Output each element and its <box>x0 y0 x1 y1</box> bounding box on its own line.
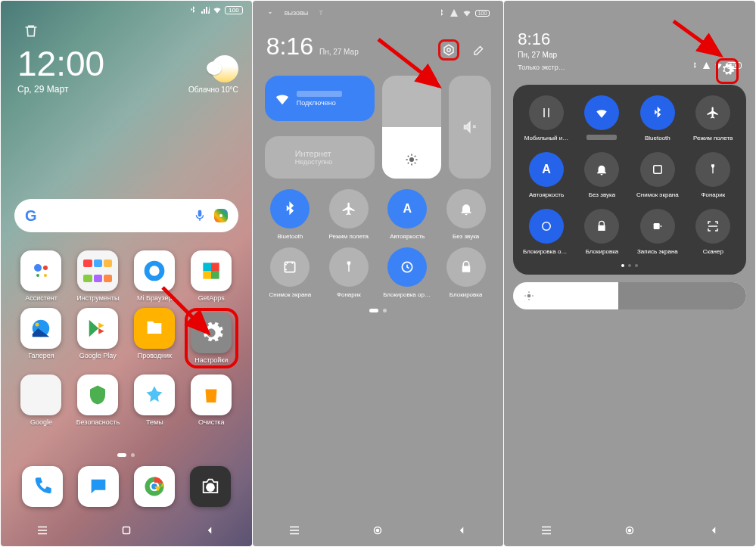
dock <box>14 463 238 510</box>
mute-icon <box>462 120 478 135</box>
nav-home-icon[interactable] <box>623 524 636 537</box>
battery-icon: 100 <box>475 10 490 17</box>
app-settings[interactable]: Настройки <box>185 308 238 368</box>
dock-chrome[interactable] <box>134 466 175 507</box>
shade-qs-panel: Мобильный и… Bluetooth Режим полета AАвт… <box>513 85 746 275</box>
app-gallery[interactable]: Галерея <box>14 308 68 368</box>
dock-messages[interactable] <box>78 466 119 507</box>
nav-menu-icon[interactable] <box>540 524 553 537</box>
nav-back-icon[interactable] <box>455 524 468 537</box>
cc-settings-button[interactable] <box>438 39 459 61</box>
shade-date: Пн, 27 Мар <box>518 51 742 59</box>
data-icon <box>274 150 289 165</box>
tab-t[interactable]: T <box>319 9 323 17</box>
weather-text: Облачно 10°C <box>188 85 238 94</box>
google-logo: G <box>25 207 37 225</box>
app-assistant[interactable]: Ассистент <box>14 250 68 302</box>
tile-mobile-data[interactable]: Мобильный и… <box>521 95 571 141</box>
lens-icon[interactable] <box>214 209 228 222</box>
volume-tile[interactable] <box>449 76 491 179</box>
trash-icon[interactable] <box>23 23 39 42</box>
svg-point-12 <box>206 483 215 492</box>
tile-scanner[interactable]: Сканер <box>688 209 739 255</box>
data-status: Недоступно <box>295 158 333 166</box>
app-mi-browser[interactable]: Mi Браузер <box>128 250 182 302</box>
app-tools-folder[interactable]: Инструменты <box>71 250 125 302</box>
svg-point-15 <box>409 157 414 162</box>
svg-point-19 <box>377 530 379 532</box>
svg-point-23 <box>527 294 531 298</box>
app-getapps[interactable]: GetApps <box>185 250 238 302</box>
app-security[interactable]: Безопасность <box>71 375 125 426</box>
cc-body: Подключено ИнтернетНедоступно Bluetooth … <box>253 68 504 320</box>
tile-flashlight[interactable]: Фонарик <box>688 152 739 198</box>
weather-icon <box>211 55 238 82</box>
nav-bar <box>253 514 504 546</box>
status-bar: 100 <box>1 1 252 19</box>
notification-shade: 8:16 Пн, 27 Мар Только экстр… 100 Мобиль… <box>504 1 755 546</box>
qs-rotation-lock[interactable]: Блокировка ориент… <box>382 247 433 298</box>
cc-status-tabs: вызовы T 100 <box>253 1 504 25</box>
tile-lock[interactable]: Блокировка <box>577 209 627 255</box>
qs-flashlight[interactable]: Фонарик <box>323 247 374 298</box>
weather-widget[interactable]: Облачно 10°C <box>188 55 238 94</box>
svg-rect-16 <box>285 262 295 272</box>
app-google-folder[interactable]: Google <box>14 375 68 426</box>
tile-airplane[interactable]: Режим полета <box>688 95 739 141</box>
qs-bluetooth[interactable]: Bluetooth <box>265 189 316 240</box>
data-name: Интернет <box>295 149 333 158</box>
svg-rect-13 <box>123 527 129 534</box>
svg-point-14 <box>447 48 451 52</box>
qs-airplane[interactable]: Режим полета <box>323 189 374 240</box>
cc-edit-button[interactable] <box>468 39 490 61</box>
qs-screenshot[interactable]: Снимок экрана <box>265 247 316 298</box>
wifi-status: Подключено <box>297 99 342 107</box>
wifi-icon <box>213 5 222 14</box>
battery-icon: 100 <box>225 6 242 14</box>
svg-point-21 <box>543 222 551 231</box>
wifi-tile[interactable]: Подключено <box>265 76 375 121</box>
tile-bluetooth[interactable]: Bluetooth <box>632 95 683 141</box>
qs-auto-brightness[interactable]: AАвтояркость <box>382 189 433 240</box>
app-themes[interactable]: Темы <box>128 375 182 426</box>
cc-page-dots <box>265 309 492 312</box>
shade-brightness-slider[interactable] <box>513 282 746 309</box>
nav-home-icon[interactable] <box>371 524 384 537</box>
tile-screenshot[interactable]: Снимок экрана <box>632 152 683 198</box>
svg-point-4 <box>36 274 39 277</box>
shade-settings-button[interactable] <box>716 58 739 84</box>
tile-rotation-lock[interactable]: Блокировка ор… <box>521 209 571 255</box>
svg-point-2 <box>43 266 48 270</box>
bluetooth-icon <box>690 61 698 70</box>
shade-subtitle: Только экстр… <box>518 64 565 71</box>
mobile-data-tile[interactable]: ИнтернетНедоступно <box>265 136 375 179</box>
dock-camera[interactable] <box>190 466 231 507</box>
qs-lock[interactable]: Блокировка <box>440 247 491 298</box>
signal-icon <box>702 61 711 70</box>
tile-screen-record[interactable]: Запись экрана <box>632 209 683 255</box>
dropdown-icon <box>266 9 274 17</box>
nav-back-icon[interactable] <box>203 524 216 537</box>
nav-back-icon[interactable] <box>707 524 720 537</box>
dock-phone[interactable] <box>22 466 63 507</box>
brightness-slider[interactable] <box>382 76 441 179</box>
date: Ср, 29 Март <box>17 84 104 95</box>
cc-time: 8:16 <box>266 33 313 61</box>
clock-widget[interactable]: 12:00 Ср, 29 Март <box>17 46 104 95</box>
app-google-play[interactable]: Google Play <box>71 308 125 368</box>
app-cleaner[interactable]: Очистка <box>185 375 238 426</box>
svg-point-25 <box>629 530 631 532</box>
nav-home-icon[interactable] <box>120 524 133 537</box>
tile-auto-brightness[interactable]: AАвтояркость <box>521 152 571 198</box>
tile-silent[interactable]: Без звука <box>577 152 627 198</box>
nav-menu-icon[interactable] <box>36 524 49 537</box>
app-file-manager[interactable]: Проводник <box>128 308 182 368</box>
nav-menu-icon[interactable] <box>288 524 301 537</box>
tile-wifi[interactable] <box>577 95 627 141</box>
tab-calls[interactable]: вызовы <box>285 9 309 17</box>
mic-icon[interactable] <box>193 209 207 222</box>
nav-bar <box>1 514 252 546</box>
qs-silent[interactable]: Без звука <box>440 189 491 240</box>
shade-page-dots <box>521 264 739 267</box>
google-search-bar[interactable]: G <box>14 199 238 232</box>
